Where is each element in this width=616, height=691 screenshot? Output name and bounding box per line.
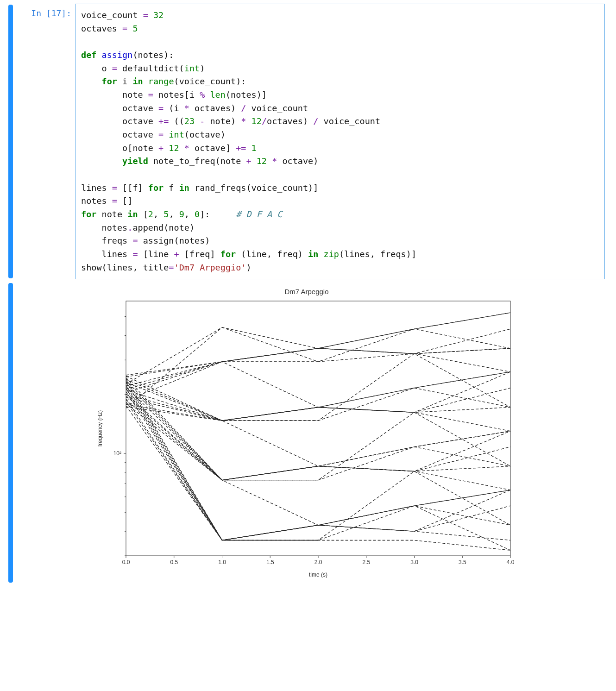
chart-title: Dm7 Arpeggio	[94, 288, 520, 295]
svg-text:2.0: 2.0	[314, 559, 322, 565]
svg-text:frequency (Hz): frequency (Hz)	[97, 410, 103, 447]
input-prompt: In [17]:	[16, 4, 75, 279]
output-prompt: Out	[16, 282, 75, 584]
svg-text:3.0: 3.0	[410, 559, 418, 565]
svg-rect-0	[126, 301, 510, 556]
svg-text:0.5: 0.5	[170, 559, 178, 565]
svg-text:10²: 10²	[113, 450, 121, 457]
chart-figure: Dm7 Arpeggio 0.00.51.01.52.02.53.03.54.0…	[94, 288, 520, 584]
output-area: Dm7 Arpeggio 0.00.51.01.52.02.53.03.54.0…	[75, 282, 605, 584]
code-input-area[interactable]: voice_count = 32 octaves = 5 def assign(…	[75, 4, 605, 279]
run-indicator	[8, 5, 13, 278]
run-indicator-output	[8, 283, 13, 583]
output-cell: Out Dm7 Arpeggio 0.00.51.01.52.02.53.03.…	[0, 282, 616, 586]
svg-text:2.5: 2.5	[362, 559, 370, 565]
chart-svg: 0.00.51.01.52.02.53.03.54.010²time (s)fr…	[94, 296, 520, 584]
code-cell: In [17]: voice_count = 32 octaves = 5 de…	[0, 4, 616, 282]
jupyter-notebook: In [17]: voice_count = 32 octaves = 5 de…	[0, 0, 616, 605]
svg-text:0.0: 0.0	[122, 559, 130, 565]
svg-text:1.5: 1.5	[266, 559, 274, 565]
svg-text:time (s): time (s)	[309, 572, 327, 578]
code-text[interactable]: voice_count = 32 octaves = 5 def assign(…	[81, 9, 599, 274]
svg-text:4.0: 4.0	[507, 559, 515, 565]
svg-text:3.5: 3.5	[459, 559, 466, 565]
svg-text:1.0: 1.0	[218, 559, 226, 565]
